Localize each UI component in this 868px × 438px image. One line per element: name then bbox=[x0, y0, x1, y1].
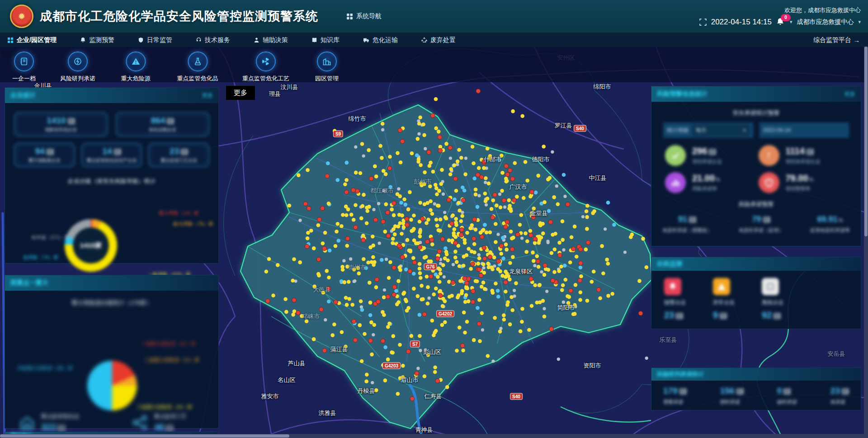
enterprise-dot-red[interactable] bbox=[376, 300, 381, 304]
enterprise-dot-yellow[interactable] bbox=[365, 373, 369, 377]
enterprise-dot-gray[interactable] bbox=[428, 297, 431, 300]
enterprise-dot-yellow[interactable] bbox=[456, 160, 460, 164]
enterprise-dot-yellow[interactable] bbox=[401, 364, 405, 368]
enterprise-dot-yellow[interactable] bbox=[483, 287, 487, 291]
enterprise-dot-yellow[interactable] bbox=[387, 322, 392, 326]
enterprise-dot-blue[interactable] bbox=[612, 223, 616, 227]
enterprise-dot-yellow[interactable] bbox=[539, 235, 543, 240]
enterprise-dot-yellow[interactable] bbox=[418, 229, 422, 233]
enterprise-dot-yellow[interactable] bbox=[382, 295, 386, 299]
enterprise-dot-yellow[interactable] bbox=[598, 297, 602, 301]
subnav-item-enterprise-file[interactable]: 一企一档 bbox=[12, 52, 36, 83]
enterprise-dot-red[interactable] bbox=[482, 160, 486, 164]
enterprise-dot-yellow[interactable] bbox=[538, 221, 542, 225]
enterprise-dot-yellow[interactable] bbox=[312, 246, 316, 250]
enterprise-dot-gray[interactable] bbox=[298, 219, 302, 222]
enterprise-dot-yellow[interactable] bbox=[561, 238, 565, 242]
enterprise-dot-gray[interactable] bbox=[540, 270, 543, 273]
enterprise-dot-yellow[interactable] bbox=[561, 283, 565, 287]
enterprise-dot-yellow[interactable] bbox=[344, 213, 349, 217]
enterprise-dot-yellow[interactable] bbox=[369, 320, 373, 325]
enterprise-dot-yellow[interactable] bbox=[425, 221, 429, 225]
enterprise-dot-red[interactable] bbox=[355, 189, 360, 193]
enterprise-dot-yellow[interactable] bbox=[430, 319, 434, 323]
enterprise-dot-yellow[interactable] bbox=[410, 334, 414, 338]
enterprise-dot-red[interactable] bbox=[462, 276, 467, 281]
enterprise-dot-yellow[interactable] bbox=[459, 156, 463, 160]
enterprise-dot-red[interactable] bbox=[373, 218, 378, 222]
enterprise-dot-red[interactable] bbox=[296, 311, 301, 315]
enterprise-dot-yellow[interactable] bbox=[472, 338, 476, 342]
enterprise-dot-red[interactable] bbox=[453, 177, 458, 181]
enterprise-dot-yellow[interactable] bbox=[506, 274, 510, 278]
enterprise-dot-yellow[interactable] bbox=[352, 268, 356, 272]
enterprise-dot-yellow[interactable] bbox=[443, 320, 447, 325]
enterprise-dot-yellow[interactable] bbox=[396, 151, 400, 155]
enterprise-dot-yellow[interactable] bbox=[557, 241, 561, 245]
enterprise-dot-yellow[interactable] bbox=[347, 297, 351, 301]
enterprise-dot-yellow[interactable] bbox=[629, 235, 633, 239]
enterprise-dot-yellow[interactable] bbox=[601, 272, 605, 276]
enterprise-dot-yellow[interactable] bbox=[373, 323, 377, 327]
nav-item-daily-supervision[interactable]: 日常监管 bbox=[138, 36, 172, 44]
enterprise-dot-yellow[interactable] bbox=[537, 241, 541, 245]
enterprise-dot-yellow[interactable] bbox=[382, 169, 386, 173]
enterprise-dot-yellow[interactable] bbox=[585, 209, 589, 213]
enterprise-dot-yellow[interactable] bbox=[537, 265, 541, 269]
enterprise-dot-red[interactable] bbox=[435, 257, 440, 261]
stat-box-key-chem-producers[interactable]: 14家 重点监管危化品生产企业 bbox=[81, 143, 142, 167]
enterprise-dot-yellow[interactable] bbox=[557, 269, 561, 273]
enterprise-dot-red[interactable] bbox=[508, 168, 512, 173]
enterprise-dot-red[interactable] bbox=[351, 188, 356, 193]
enterprise-dot-red[interactable] bbox=[429, 238, 434, 242]
enterprise-dot-red[interactable] bbox=[531, 215, 536, 220]
enterprise-dot-gray[interactable] bbox=[581, 215, 585, 218]
enterprise-dot-yellow[interactable] bbox=[354, 171, 358, 175]
enterprise-dot-yellow[interactable] bbox=[481, 262, 486, 266]
enterprise-dot-red[interactable] bbox=[496, 259, 501, 264]
enterprise-dot-yellow[interactable] bbox=[531, 250, 535, 254]
enterprise-dot-red[interactable] bbox=[400, 139, 405, 144]
enterprise-dot-blue[interactable] bbox=[404, 268, 408, 272]
enterprise-dot-yellow[interactable] bbox=[474, 188, 478, 192]
enterprise-dot-red[interactable] bbox=[354, 225, 358, 230]
enterprise-dot-yellow[interactable] bbox=[336, 222, 340, 226]
enterprise-dot-yellow[interactable] bbox=[387, 276, 391, 280]
enterprise-dot-yellow[interactable] bbox=[566, 301, 571, 305]
enterprise-dot-yellow[interactable] bbox=[541, 299, 545, 303]
enterprise-dot-yellow[interactable] bbox=[438, 280, 442, 284]
enterprise-dot-yellow[interactable] bbox=[357, 272, 361, 276]
enterprise-dot-yellow[interactable] bbox=[550, 251, 554, 255]
enterprise-dot-red[interactable] bbox=[493, 193, 497, 197]
enterprise-dot-yellow[interactable] bbox=[419, 163, 423, 167]
enterprise-dot-yellow[interactable] bbox=[509, 230, 513, 234]
enterprise-dot-blue[interactable] bbox=[394, 289, 398, 293]
enterprise-dot-red[interactable] bbox=[558, 253, 562, 258]
enterprise-dot-yellow[interactable] bbox=[541, 231, 545, 235]
enterprise-dot-yellow[interactable] bbox=[300, 314, 304, 318]
enterprise-dot-yellow[interactable] bbox=[462, 254, 466, 259]
enterprise-dot-yellow[interactable] bbox=[477, 256, 481, 260]
enterprise-dot-red[interactable] bbox=[326, 287, 331, 291]
enterprise-dot-yellow[interactable] bbox=[458, 279, 462, 283]
enterprise-dot-yellow[interactable] bbox=[370, 353, 374, 357]
enterprise-dot-yellow[interactable] bbox=[525, 239, 529, 243]
enterprise-dot-yellow[interactable] bbox=[542, 273, 547, 277]
period-select[interactable]: 每天▾ bbox=[692, 124, 750, 136]
enterprise-dot-yellow[interactable] bbox=[350, 303, 354, 307]
enterprise-dot-yellow[interactable] bbox=[418, 115, 422, 119]
enterprise-dot-yellow[interactable] bbox=[462, 311, 466, 315]
enterprise-dot-yellow[interactable] bbox=[488, 231, 492, 235]
enterprise-dot-red[interactable] bbox=[334, 300, 338, 305]
enterprise-dot-yellow[interactable] bbox=[486, 354, 490, 358]
enterprise-dot-red[interactable] bbox=[480, 175, 484, 179]
enterprise-dot-blue[interactable] bbox=[562, 173, 566, 177]
enterprise-dot-yellow[interactable] bbox=[467, 247, 471, 251]
enterprise-dot-yellow[interactable] bbox=[511, 255, 515, 259]
enterprise-dot-yellow[interactable] bbox=[383, 230, 387, 234]
enterprise-dot-gray[interactable] bbox=[452, 263, 455, 266]
enterprise-dot-yellow[interactable] bbox=[306, 168, 310, 172]
enterprise-dot-red[interactable] bbox=[386, 210, 390, 215]
enterprise-dot-yellow[interactable] bbox=[467, 299, 471, 303]
abnormal-enterprises-stat[interactable]: 异常企业 9家 bbox=[713, 278, 735, 320]
